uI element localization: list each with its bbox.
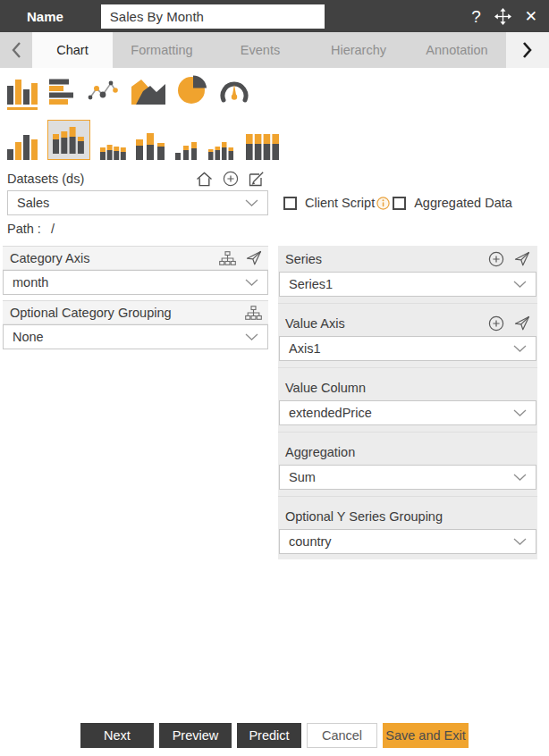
- optional-category-grouping-dropdown[interactable]: None: [3, 324, 268, 349]
- help-icon[interactable]: ?: [471, 8, 481, 25]
- predict-button[interactable]: Predict: [237, 723, 301, 748]
- value-axis-dropdown[interactable]: Axis1: [279, 336, 536, 361]
- cancel-button[interactable]: Cancel: [307, 723, 377, 748]
- subtype-grouped-stacked-icon: [136, 133, 165, 160]
- optional-y-series-grouping-label: Optional Y Series Grouping: [285, 509, 443, 524]
- tabs-scroll-left-button[interactable]: [0, 32, 32, 68]
- value-axis-section: Value Axis Axis1: [278, 303, 537, 361]
- chart-subtype-full-stacked[interactable]: [246, 133, 279, 160]
- series-section: Series Series1: [278, 246, 537, 297]
- datasets-label: Datasets (ds): [7, 172, 84, 186]
- chevron-down-icon: [513, 538, 527, 545]
- preview-button[interactable]: Preview: [159, 723, 232, 748]
- tab-chart[interactable]: Chart: [32, 32, 113, 68]
- chevron-right-icon: [522, 41, 533, 59]
- chart-subtype-small-column[interactable]: [175, 139, 198, 160]
- optional-category-grouping-label: Optional Category Grouping: [10, 306, 172, 320]
- chart-type-column[interactable]: [7, 78, 38, 110]
- add-dataset-icon[interactable]: [223, 171, 239, 187]
- tab-events[interactable]: Events: [211, 32, 309, 68]
- info-icon[interactable]: [376, 197, 390, 210]
- chevron-down-icon: [513, 345, 527, 352]
- aggregated-data-checkbox[interactable]: [393, 197, 406, 210]
- chart-subtype-selector: [0, 110, 549, 160]
- area-chart-icon: [131, 78, 165, 105]
- path-label: Path :: [7, 222, 41, 236]
- dataset-path: Path : /: [7, 222, 549, 236]
- tab-annotation[interactable]: Annotation: [408, 32, 506, 68]
- value-column-label: Value Column: [285, 381, 366, 395]
- tab-formatting[interactable]: Formatting: [113, 32, 211, 68]
- aggregated-data-label: Aggregated Data: [414, 196, 512, 210]
- subtype-full-stacked-icon: [246, 133, 279, 160]
- name-input[interactable]: [101, 4, 325, 29]
- name-label: Name: [27, 9, 63, 24]
- series-dropdown[interactable]: Series1: [279, 272, 536, 297]
- title-bar: Name ? ✕: [0, 0, 549, 32]
- gauge-chart-icon: [219, 78, 249, 105]
- subtype-small-stacked-icon: [208, 139, 236, 160]
- title-bar-actions: ? ✕: [471, 8, 537, 25]
- hierarchy-sitemap-icon[interactable]: [219, 251, 236, 265]
- category-axis-column: Category Axis month Optional Cat: [3, 246, 268, 349]
- series-panel: Series Series1: [278, 246, 537, 559]
- subtype-100-stacked-icon: [100, 144, 126, 160]
- chart-designer-dialog: Name ? ✕ Chart Formatting Events Hierarc…: [0, 0, 549, 756]
- y-series-grouping-section: Optional Y Series Grouping country: [278, 496, 537, 554]
- subtype-small-column-icon: [175, 139, 198, 160]
- add-series-icon[interactable]: [488, 251, 504, 267]
- chart-type-bar[interactable]: [49, 78, 76, 110]
- chart-subtype-100-stacked-small[interactable]: [100, 144, 126, 160]
- tab-bar: Chart Formatting Events Hierarchy Annota…: [0, 32, 549, 68]
- value-column-dropdown[interactable]: extendedPrice: [279, 400, 536, 425]
- category-axis-header: Category Axis: [3, 246, 268, 270]
- chart-type-area[interactable]: [131, 78, 165, 110]
- edit-dataset-icon[interactable]: [249, 171, 265, 187]
- aggregation-dropdown[interactable]: Sum: [279, 465, 536, 490]
- category-axis-dropdown[interactable]: month: [3, 270, 268, 295]
- axis-configuration: Category Axis month Optional Cat: [0, 246, 549, 559]
- aggregation-section: Aggregation Sum: [278, 432, 537, 490]
- chart-subtype-column[interactable]: [7, 133, 38, 160]
- chevron-down-icon: [245, 333, 258, 340]
- chevron-down-icon: [513, 281, 527, 288]
- chart-subtype-grouped-stacked[interactable]: [136, 133, 165, 160]
- client-script-label: Client Script: [305, 196, 375, 210]
- chevron-down-icon: [245, 279, 258, 286]
- close-icon[interactable]: ✕: [525, 9, 537, 24]
- chart-subtype-small-stacked[interactable]: [208, 139, 236, 160]
- chart-type-scatter[interactable]: [88, 78, 120, 110]
- send-icon[interactable]: [514, 315, 530, 331]
- chevron-left-icon: [11, 41, 21, 59]
- chevron-down-icon: [513, 409, 527, 416]
- datasets-header: Datasets (ds): [7, 171, 265, 187]
- pie-chart-icon: [177, 75, 207, 105]
- optional-y-series-grouping-dropdown[interactable]: country: [279, 529, 536, 554]
- footer-actions: Next Preview Predict Cancel Save and Exi…: [0, 723, 549, 748]
- dataset-dropdown[interactable]: Sales: [7, 190, 268, 215]
- tabs-scroll-right-button[interactable]: [506, 32, 549, 68]
- home-icon[interactable]: [196, 172, 213, 187]
- value-column-section: Value Column extendedPrice: [278, 367, 537, 425]
- hierarchy-sitemap-icon[interactable]: [245, 306, 262, 320]
- value-axis-label: Value Axis: [285, 316, 345, 331]
- add-axis-icon[interactable]: [488, 315, 504, 332]
- chevron-down-icon: [245, 199, 258, 206]
- chart-type-pie[interactable]: [177, 75, 207, 110]
- chart-type-selector: [0, 68, 549, 110]
- save-and-exit-button[interactable]: Save and Exit: [383, 723, 469, 748]
- move-icon[interactable]: [494, 8, 511, 25]
- column-chart-icon: [7, 78, 38, 105]
- chart-subtype-stacked-column-selected[interactable]: [47, 120, 90, 160]
- bar-chart-icon: [49, 78, 76, 105]
- send-icon[interactable]: [246, 250, 262, 265]
- aggregation-label: Aggregation: [285, 445, 355, 459]
- chart-type-gauge[interactable]: [219, 78, 249, 110]
- dataset-row: Sales Client Script Aggregated Data: [0, 190, 549, 215]
- client-script-checkbox[interactable]: [283, 197, 297, 210]
- tab-hierarchy[interactable]: Hierarchy: [309, 32, 408, 68]
- optional-category-grouping-header: Optional Category Grouping: [3, 300, 268, 324]
- send-icon[interactable]: [514, 251, 530, 266]
- next-button[interactable]: Next: [80, 723, 154, 748]
- subtype-stacked-column-icon: [53, 126, 85, 154]
